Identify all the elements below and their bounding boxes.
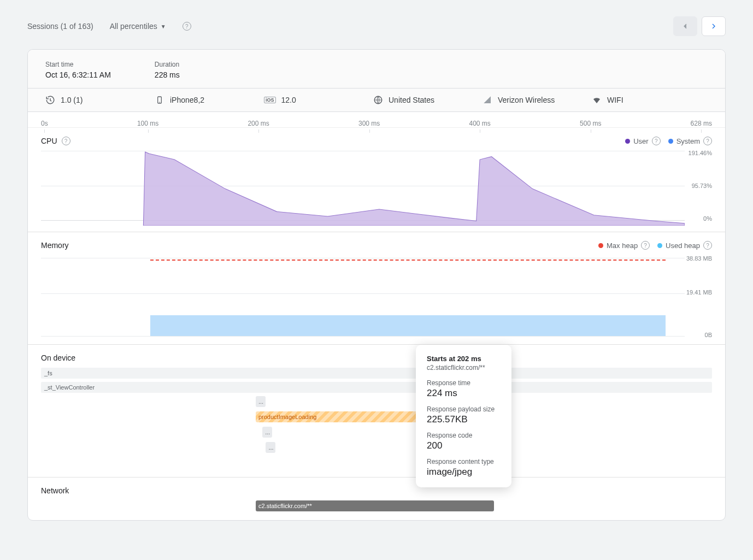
memory-section: Memory Max heap? Used heap? 38.83 MB 19.…: [28, 232, 725, 345]
wifi-icon: [592, 95, 602, 105]
timeline-axis: 0s 100 ms 200 ms 300 ms 400 ms 500 ms 62…: [28, 112, 725, 128]
tooltip-code-value: 200: [427, 440, 501, 451]
tooltip-sub: c2.staticflickr.com/**: [427, 364, 501, 372]
history-icon: [45, 95, 55, 105]
tick: 500 ms: [580, 120, 601, 127]
sessions-label: Sessions (1 of 163): [27, 22, 93, 31]
tooltip-ctype-value: image/jpeg: [427, 467, 501, 478]
dot-icon: [598, 243, 603, 248]
network-section: Network c2.staticflickr.com/**: [28, 478, 725, 520]
device-row: 1.0 (1) iPhone8,2 iOS 12.0 United States…: [28, 89, 725, 112]
percentiles-dropdown[interactable]: All percentiles ▼: [110, 22, 166, 31]
mem-y-mid: 19.41 MB: [686, 289, 712, 296]
duration-label: Duration: [155, 61, 180, 68]
help-icon[interactable]: ?: [703, 241, 712, 250]
chevron-left-icon: [681, 22, 690, 31]
chevron-right-icon: [709, 22, 718, 31]
start-time-label: Start time: [45, 61, 111, 68]
topbar: Sessions (1 of 163) All percentiles ▼ ?: [0, 0, 753, 49]
phone-icon: [155, 95, 164, 105]
ondevice-section: On device _fs _st_ViewController ... pro…: [28, 345, 725, 478]
tick: 0s: [41, 120, 48, 127]
os-value: 12.0: [281, 96, 296, 104]
legend-usedheap: Used heap: [666, 241, 700, 250]
meta-row: Start time Oct 16, 6:32:11 AM Duration 2…: [28, 50, 725, 89]
cpu-title: CPU: [41, 137, 57, 145]
legend-maxheap: Max heap: [607, 241, 638, 250]
tooltip-size-label: Response payload size: [427, 405, 501, 413]
memory-chart[interactable]: 38.83 MB 19.41 MB 0B: [41, 255, 712, 340]
trace-item[interactable]: ...: [262, 427, 272, 438]
ios-icon: iOS: [264, 97, 276, 103]
help-icon[interactable]: ?: [652, 137, 661, 145]
svg-point-1: [159, 102, 160, 102]
dot-icon: [668, 139, 673, 144]
mem-y-bot: 0B: [705, 332, 712, 338]
help-icon[interactable]: ?: [703, 137, 712, 145]
help-icon[interactable]: ?: [62, 137, 70, 145]
tooltip-size-value: 225.57KB: [427, 414, 501, 425]
trace-item[interactable]: ...: [266, 442, 275, 453]
cpu-section: CPU ? User? System? 191.46% 95.73% 0%: [28, 128, 725, 232]
help-icon[interactable]: ?: [183, 22, 191, 31]
trace-item[interactable]: ...: [256, 396, 266, 407]
prev-button[interactable]: [673, 16, 697, 36]
tick: 200 ms: [248, 120, 269, 127]
duration-value: 228 ms: [155, 70, 180, 79]
trace-tooltip: Starts at 202 ms c2.staticflickr.com/** …: [416, 345, 511, 487]
memory-title: Memory: [41, 241, 69, 250]
od-row-st[interactable]: _st_ViewController: [41, 382, 712, 393]
dot-icon: [625, 139, 630, 144]
tooltip-rt-label: Response time: [427, 379, 501, 387]
ondevice-title: On device: [41, 353, 75, 362]
network-value: WIFI: [607, 96, 623, 104]
globe-icon: [373, 95, 383, 105]
version-value: 1.0 (1): [61, 96, 83, 104]
carrier-value: Verizon Wireless: [498, 96, 555, 104]
dot-icon: [657, 243, 662, 248]
cpu-y-mid: 95.73%: [692, 182, 712, 189]
percentiles-label: All percentiles: [110, 22, 157, 31]
next-button[interactable]: [702, 16, 726, 36]
cpu-area-chart: [41, 151, 685, 226]
session-card: Start time Oct 16, 6:32:11 AM Duration 2…: [27, 49, 726, 521]
legend-system: System: [676, 137, 700, 145]
legend-user: User: [633, 137, 648, 145]
tick: 400 ms: [469, 120, 491, 127]
country-value: United States: [389, 96, 434, 104]
mem-y-top: 38.83 MB: [686, 255, 712, 262]
model-value: iPhone8,2: [170, 96, 204, 104]
help-icon[interactable]: ?: [641, 241, 650, 250]
tooltip-ctype-label: Response content type: [427, 458, 501, 465]
start-time-value: Oct 16, 6:32:11 AM: [45, 70, 111, 79]
tooltip-rt-value: 224 ms: [427, 388, 501, 399]
tooltip-code-label: Response code: [427, 432, 501, 439]
cpu-chart[interactable]: 191.46% 95.73% 0%: [41, 151, 712, 227]
chevron-down-icon: ▼: [161, 23, 166, 30]
tick: 300 ms: [358, 120, 380, 127]
od-row-fs[interactable]: _fs: [41, 368, 712, 379]
tick: 628 ms: [691, 120, 712, 127]
cpu-y-bot: 0%: [703, 215, 712, 222]
tooltip-head: Starts at 202 ms: [427, 355, 501, 363]
network-title: Network: [41, 486, 69, 495]
network-item[interactable]: c2.staticflickr.com/**: [256, 500, 494, 511]
signal-icon: [483, 95, 492, 105]
cpu-y-top: 191.46%: [689, 150, 712, 156]
tick: 100 ms: [137, 120, 158, 127]
